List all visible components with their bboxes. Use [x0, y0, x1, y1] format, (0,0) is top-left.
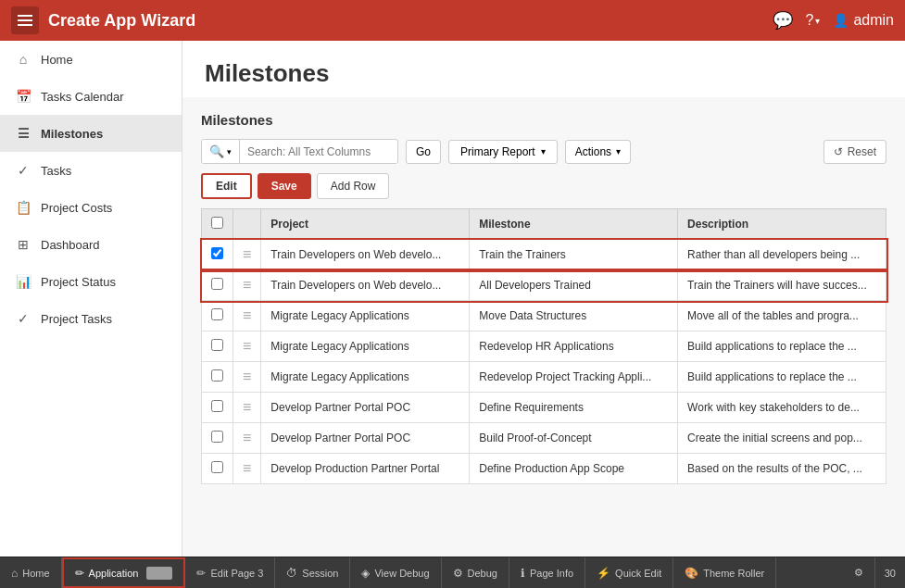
drag-icon: ≡ — [243, 338, 251, 354]
hamburger-menu[interactable] — [11, 6, 39, 34]
row-drag-handle[interactable]: ≡ — [233, 240, 261, 270]
search-input[interactable] — [240, 141, 397, 163]
row-project: Migrate Legacy Applications — [261, 362, 470, 393]
row-project: Develop Partner Portal POC — [261, 393, 470, 423]
row-checkbox[interactable] — [211, 278, 223, 290]
search-wrapper: 🔍 ▾ — [201, 139, 398, 164]
bottom-page-info-label: Page Info — [530, 568, 573, 579]
table-row: ≡Develop Production Partner PortalDefine… — [202, 454, 886, 484]
row-drag-handle[interactable]: ≡ — [233, 454, 261, 484]
page-title: Milestones — [182, 41, 905, 97]
column-header-project: Project — [261, 209, 470, 240]
select-all-checkbox[interactable] — [211, 217, 223, 229]
sidebar-item-dashboard[interactable]: ⊞ Dashboard — [0, 226, 182, 263]
reset-button[interactable]: ↺ Reset — [823, 140, 886, 164]
top-navigation: Create App Wizard 💬 ? ▾ 👤 admin — [0, 0, 905, 41]
bottom-item-home[interactable]: ⌂ Home — [0, 557, 62, 588]
row-checkbox[interactable] — [211, 369, 223, 382]
bottom-item-session[interactable]: ⏱ Session — [275, 557, 350, 588]
project-status-icon: 📊 — [15, 274, 31, 289]
drag-icon: ≡ — [243, 399, 251, 415]
row-milestone: Define Requirements — [470, 393, 678, 423]
user-menu[interactable]: 👤 admin — [833, 12, 894, 29]
sidebar-item-label: Tasks — [41, 164, 71, 178]
chat-icon[interactable]: 💬 — [773, 10, 793, 31]
row-drag-handle[interactable]: ≡ — [233, 301, 261, 332]
row-milestone: Move Data Structures — [470, 301, 678, 332]
project-costs-icon: 📋 — [15, 200, 31, 215]
table-row: ≡Develop Partner Portal POCBuild Proof-o… — [202, 423, 886, 454]
actions-arrow: ▾ — [616, 146, 621, 156]
table-header-row: Project Milestone Description — [202, 209, 886, 240]
column-header-checkbox — [202, 209, 233, 240]
row-checkbox-cell — [202, 454, 233, 484]
bottom-item-quick-edit[interactable]: ⚡ Quick Edit — [585, 557, 673, 588]
row-drag-handle[interactable]: ≡ — [233, 393, 261, 423]
row-checkbox[interactable] — [211, 308, 223, 320]
sidebar-item-label: Tasks Calendar — [41, 90, 124, 104]
row-drag-handle[interactable]: ≡ — [233, 332, 261, 362]
sidebar-item-tasks-calendar[interactable]: 📅 Tasks Calendar — [0, 78, 182, 115]
edit-button[interactable]: Edit — [201, 173, 252, 199]
svg-rect-0 — [18, 15, 32, 17]
row-project: Train Developers on Web develo... — [261, 270, 470, 301]
bottom-page-number: 30 — [875, 568, 905, 579]
search-dropdown-button[interactable]: 🔍 ▾ — [202, 140, 240, 163]
row-milestone: Redevelop Project Tracking Appli... — [470, 362, 678, 393]
row-checkbox-cell — [202, 423, 233, 454]
milestones-icon: ☰ — [15, 126, 31, 141]
bottom-item-edit-page-3[interactable]: ✏ Edit Page 3 — [185, 557, 275, 588]
sidebar-item-project-tasks[interactable]: ✓ Project Tasks — [0, 300, 182, 337]
row-checkbox[interactable] — [211, 400, 223, 412]
action-buttons: Edit Save Add Row — [201, 173, 886, 199]
sidebar-item-milestones[interactable]: ☰ Milestones — [0, 115, 182, 152]
row-checkbox[interactable] — [211, 461, 223, 473]
bottom-item-view-debug[interactable]: ◈ View Debug — [350, 557, 441, 588]
sidebar-item-label: Dashboard — [41, 238, 100, 252]
content-body: Milestones 🔍 ▾ Go Primary Report ▾ Actio… — [182, 97, 905, 557]
help-icon[interactable]: ? ▾ — [806, 12, 821, 29]
row-drag-handle[interactable]: ≡ — [233, 362, 261, 393]
table-row: ≡Migrate Legacy ApplicationsRedevelop Pr… — [202, 362, 886, 393]
bottom-debug-icon: ⚙ — [453, 567, 463, 580]
actions-button[interactable]: Actions ▾ — [565, 140, 631, 164]
row-drag-handle[interactable]: ≡ — [233, 423, 261, 454]
row-checkbox[interactable] — [211, 339, 223, 351]
tasks-icon: ✓ — [15, 163, 31, 178]
drag-icon: ≡ — [243, 307, 251, 323]
bottom-edit-icon: ✏ — [196, 567, 206, 580]
bottom-view-debug-icon: ◈ — [361, 567, 370, 580]
project-tasks-icon: ✓ — [15, 311, 31, 326]
bottom-item-page-info[interactable]: ℹ Page Info — [509, 557, 585, 588]
bottom-settings[interactable]: ⚙ — [843, 557, 875, 588]
sidebar-item-home[interactable]: ⌂ Home — [0, 41, 182, 78]
sidebar-item-tasks[interactable]: ✓ Tasks — [0, 152, 182, 189]
row-drag-handle[interactable]: ≡ — [233, 270, 261, 301]
bottom-item-theme-roller[interactable]: 🎨 Theme Roller — [673, 557, 776, 588]
row-milestone: Define Production App Scope — [470, 454, 678, 484]
add-row-button[interactable]: Add Row — [317, 173, 390, 199]
row-project: Migrate Legacy Applications — [261, 301, 470, 332]
row-checkbox[interactable] — [211, 431, 223, 443]
bottom-item-debug[interactable]: ⚙ Debug — [442, 557, 509, 588]
row-project: Train Developers on Web develo... — [261, 240, 470, 270]
row-project: Develop Partner Portal POC — [261, 423, 470, 454]
sidebar-item-project-costs[interactable]: 📋 Project Costs — [0, 189, 182, 226]
row-checkbox[interactable] — [211, 247, 223, 259]
bottom-item-application[interactable]: ✏ Application — [62, 557, 186, 588]
username-label: admin — [853, 12, 894, 29]
toolbar: 🔍 ▾ Go Primary Report ▾ Actions ▾ ↺ Rese… — [201, 139, 886, 164]
primary-report-button[interactable]: Primary Report ▾ — [448, 140, 558, 164]
table-row: ≡Develop Partner Portal POCDefine Requir… — [202, 393, 886, 423]
search-icon: 🔍 — [209, 144, 224, 158]
row-description: Move all of the tables and progra... — [678, 301, 886, 332]
drag-icon: ≡ — [243, 246, 251, 262]
sidebar-item-label: Project Status — [41, 275, 116, 289]
go-button[interactable]: Go — [406, 140, 441, 164]
save-button[interactable]: Save — [258, 173, 311, 199]
main-layout: ⌂ Home 📅 Tasks Calendar ☰ Milestones ✓ T… — [0, 41, 905, 557]
row-checkbox-cell — [202, 393, 233, 423]
bottom-theme-roller-label: Theme Roller — [703, 568, 764, 579]
sidebar-item-project-status[interactable]: 📊 Project Status — [0, 263, 182, 300]
column-header-drag — [233, 209, 261, 240]
